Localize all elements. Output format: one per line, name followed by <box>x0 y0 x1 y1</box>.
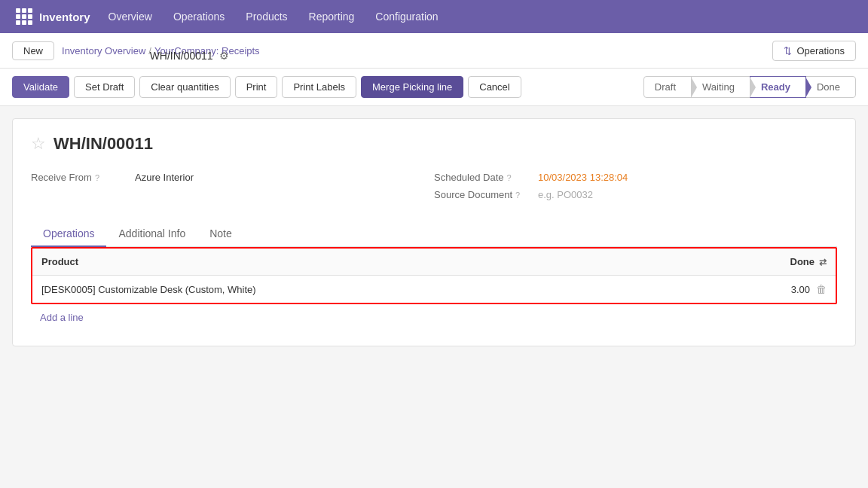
subheader-left: New Inventory Overview / YourCompany: Re… <box>12 39 270 62</box>
table-header-product: Product <box>41 256 78 267</box>
status-bar: Draft Waiting Ready Done <box>643 76 856 98</box>
delete-row-icon[interactable]: 🗑 <box>816 283 827 295</box>
status-done[interactable]: Done <box>805 76 856 98</box>
table-row: [DESK0005] Customizable Desk (Custom, Wh… <box>32 276 836 303</box>
status-ready[interactable]: Ready <box>750 76 806 98</box>
validate-button[interactable]: Validate <box>12 76 69 98</box>
print-button[interactable]: Print <box>235 76 278 98</box>
clear-quantities-button[interactable]: Clear quantities <box>139 76 230 98</box>
status-waiting[interactable]: Waiting <box>691 76 750 98</box>
operations-icon: ⇅ <box>784 45 792 56</box>
scheduled-date-help-icon[interactable]: ? <box>507 173 512 182</box>
nav-item-overview[interactable]: Overview <box>99 6 161 27</box>
favorite-star-icon[interactable]: ☆ <box>31 134 46 154</box>
receive-from-label: Receive From ? <box>31 172 129 183</box>
action-bar: Validate Set Draft Clear quantities Prin… <box>0 69 868 106</box>
merge-picking-line-button[interactable]: Merge Picking line <box>361 76 463 98</box>
top-navigation: Inventory Overview Operations Products R… <box>0 0 868 33</box>
source-doc-placeholder[interactable]: e.g. PO0032 <box>538 189 593 200</box>
content-tabs: Operations Additional Info Note <box>31 221 837 247</box>
document-title-row: ☆ WH/IN/00011 <box>31 134 837 154</box>
main-content: ☆ WH/IN/00011 Receive From ? Azure Inter… <box>12 118 856 346</box>
source-doc-help-icon[interactable]: ? <box>515 191 520 200</box>
done-quantity: 3.00 <box>791 284 810 295</box>
scheduled-date-value: 10/03/2023 13:28:04 <box>538 172 628 183</box>
set-draft-button[interactable]: Set Draft <box>74 76 135 98</box>
breadcrumb-parent1[interactable]: Inventory Overview <box>62 45 145 56</box>
scheduled-date-label: Scheduled Date ? <box>434 172 532 183</box>
document-title: WH/IN/00011 <box>53 134 153 154</box>
receive-from-help-icon[interactable]: ? <box>95 173 99 182</box>
scheduled-date-field: Scheduled Date ? 10/03/2023 13:28:04 Sou… <box>434 169 837 203</box>
receive-from-value: Azure Interior <box>135 172 194 183</box>
print-labels-button[interactable]: Print Labels <box>282 76 356 98</box>
product-name: [DESK0005] Customizable Desk (Custom, Wh… <box>41 284 256 295</box>
nav-item-configuration[interactable]: Configuration <box>366 6 447 27</box>
cancel-button[interactable]: Cancel <box>468 76 521 98</box>
operations-button[interactable]: ⇅ Operations <box>772 41 856 61</box>
nav-item-operations[interactable]: Operations <box>164 6 234 27</box>
operations-label: Operations <box>796 45 845 56</box>
table-header-done: Done ⇄ <box>790 256 827 267</box>
done-value-cell: 3.00 🗑 <box>791 283 827 295</box>
source-doc-label: Source Document ? <box>434 189 532 200</box>
grid-icon <box>16 8 32 25</box>
tab-additional-info[interactable]: Additional Info <box>106 221 197 247</box>
tab-note[interactable]: Note <box>197 221 244 247</box>
action-buttons: Validate Set Draft Clear quantities Prin… <box>12 76 521 98</box>
new-button[interactable]: New <box>12 41 54 60</box>
nav-item-reporting[interactable]: Reporting <box>300 6 364 27</box>
operations-table: Product Done ⇄ [DESK0005] Customizable D… <box>31 247 837 304</box>
sort-icon[interactable]: ⇄ <box>819 257 827 267</box>
app-brand[interactable]: Inventory <box>39 11 90 23</box>
subheader: New Inventory Overview / YourCompany: Re… <box>0 33 868 69</box>
tab-operations[interactable]: Operations <box>31 221 106 247</box>
gear-icon[interactable]: ⚙ <box>219 50 229 62</box>
status-draft[interactable]: Draft <box>643 76 692 98</box>
table-header: Product Done ⇄ <box>32 249 836 276</box>
nav-item-products[interactable]: Products <box>237 6 296 27</box>
app-grid-button[interactable] <box>12 5 36 29</box>
breadcrumb-current: WH/IN/00011 <box>150 50 213 62</box>
add-line-button[interactable]: Add a line <box>31 304 837 331</box>
form-fields: Receive From ? Azure Interior Scheduled … <box>31 169 837 203</box>
receive-from-field: Receive From ? Azure Interior <box>31 169 434 203</box>
